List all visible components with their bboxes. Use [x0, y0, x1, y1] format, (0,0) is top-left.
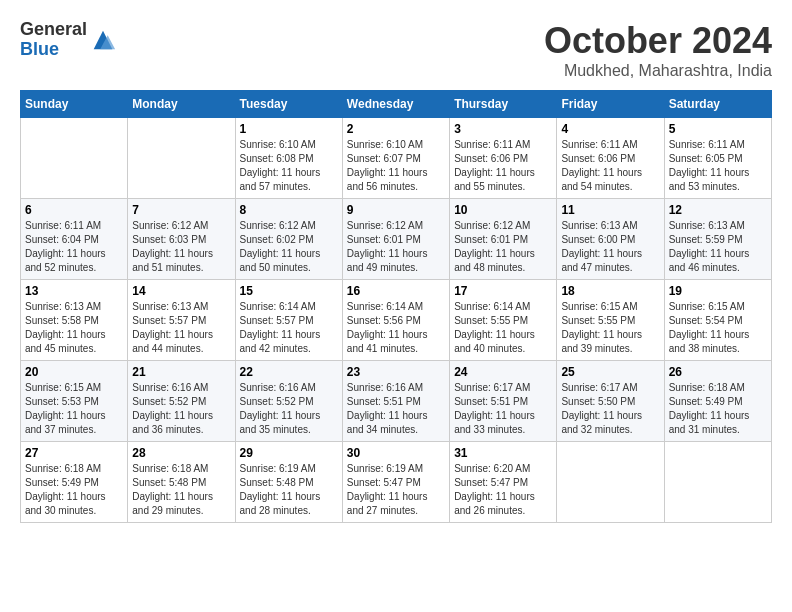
- calendar-week-row: 13Sunrise: 6:13 AM Sunset: 5:58 PM Dayli…: [21, 280, 772, 361]
- calendar-cell: 26Sunrise: 6:18 AM Sunset: 5:49 PM Dayli…: [664, 361, 771, 442]
- day-number: 27: [25, 446, 123, 460]
- calendar-cell: 3Sunrise: 6:11 AM Sunset: 6:06 PM Daylig…: [450, 118, 557, 199]
- calendar-cell: 7Sunrise: 6:12 AM Sunset: 6:03 PM Daylig…: [128, 199, 235, 280]
- calendar-cell: 11Sunrise: 6:13 AM Sunset: 6:00 PM Dayli…: [557, 199, 664, 280]
- day-info: Sunrise: 6:15 AM Sunset: 5:55 PM Dayligh…: [561, 300, 659, 356]
- calendar-cell: 1Sunrise: 6:10 AM Sunset: 6:08 PM Daylig…: [235, 118, 342, 199]
- calendar-header-friday: Friday: [557, 91, 664, 118]
- calendar-cell: 13Sunrise: 6:13 AM Sunset: 5:58 PM Dayli…: [21, 280, 128, 361]
- day-number: 10: [454, 203, 552, 217]
- day-info: Sunrise: 6:11 AM Sunset: 6:06 PM Dayligh…: [561, 138, 659, 194]
- location-text: Mudkhed, Maharashtra, India: [544, 62, 772, 80]
- calendar-cell: 4Sunrise: 6:11 AM Sunset: 6:06 PM Daylig…: [557, 118, 664, 199]
- calendar-cell: [21, 118, 128, 199]
- day-number: 4: [561, 122, 659, 136]
- day-number: 14: [132, 284, 230, 298]
- day-info: Sunrise: 6:13 AM Sunset: 6:00 PM Dayligh…: [561, 219, 659, 275]
- logo-icon: [89, 26, 117, 54]
- day-number: 25: [561, 365, 659, 379]
- day-info: Sunrise: 6:12 AM Sunset: 6:03 PM Dayligh…: [132, 219, 230, 275]
- calendar-cell: 29Sunrise: 6:19 AM Sunset: 5:48 PM Dayli…: [235, 442, 342, 523]
- calendar-cell: 16Sunrise: 6:14 AM Sunset: 5:56 PM Dayli…: [342, 280, 449, 361]
- day-number: 9: [347, 203, 445, 217]
- day-info: Sunrise: 6:17 AM Sunset: 5:50 PM Dayligh…: [561, 381, 659, 437]
- calendar-cell: 14Sunrise: 6:13 AM Sunset: 5:57 PM Dayli…: [128, 280, 235, 361]
- day-info: Sunrise: 6:13 AM Sunset: 5:59 PM Dayligh…: [669, 219, 767, 275]
- day-info: Sunrise: 6:13 AM Sunset: 5:57 PM Dayligh…: [132, 300, 230, 356]
- day-number: 31: [454, 446, 552, 460]
- calendar-cell: 18Sunrise: 6:15 AM Sunset: 5:55 PM Dayli…: [557, 280, 664, 361]
- calendar-header-thursday: Thursday: [450, 91, 557, 118]
- day-info: Sunrise: 6:14 AM Sunset: 5:57 PM Dayligh…: [240, 300, 338, 356]
- day-number: 20: [25, 365, 123, 379]
- calendar-cell: 17Sunrise: 6:14 AM Sunset: 5:55 PM Dayli…: [450, 280, 557, 361]
- day-number: 11: [561, 203, 659, 217]
- day-info: Sunrise: 6:10 AM Sunset: 6:08 PM Dayligh…: [240, 138, 338, 194]
- day-number: 18: [561, 284, 659, 298]
- calendar-cell: 24Sunrise: 6:17 AM Sunset: 5:51 PM Dayli…: [450, 361, 557, 442]
- day-info: Sunrise: 6:19 AM Sunset: 5:47 PM Dayligh…: [347, 462, 445, 518]
- calendar-cell: 20Sunrise: 6:15 AM Sunset: 5:53 PM Dayli…: [21, 361, 128, 442]
- calendar-header-wednesday: Wednesday: [342, 91, 449, 118]
- day-number: 23: [347, 365, 445, 379]
- calendar-cell: 15Sunrise: 6:14 AM Sunset: 5:57 PM Dayli…: [235, 280, 342, 361]
- calendar-cell: 9Sunrise: 6:12 AM Sunset: 6:01 PM Daylig…: [342, 199, 449, 280]
- day-number: 5: [669, 122, 767, 136]
- day-number: 24: [454, 365, 552, 379]
- page-header: General Blue October 2024 Mudkhed, Mahar…: [20, 20, 772, 80]
- month-title: October 2024: [544, 20, 772, 62]
- logo-blue-text: Blue: [20, 40, 87, 60]
- day-info: Sunrise: 6:16 AM Sunset: 5:52 PM Dayligh…: [240, 381, 338, 437]
- calendar-cell: [557, 442, 664, 523]
- calendar-cell: 22Sunrise: 6:16 AM Sunset: 5:52 PM Dayli…: [235, 361, 342, 442]
- day-number: 13: [25, 284, 123, 298]
- calendar-cell: 8Sunrise: 6:12 AM Sunset: 6:02 PM Daylig…: [235, 199, 342, 280]
- day-number: 29: [240, 446, 338, 460]
- calendar-cell: 12Sunrise: 6:13 AM Sunset: 5:59 PM Dayli…: [664, 199, 771, 280]
- day-info: Sunrise: 6:14 AM Sunset: 5:56 PM Dayligh…: [347, 300, 445, 356]
- day-info: Sunrise: 6:16 AM Sunset: 5:52 PM Dayligh…: [132, 381, 230, 437]
- calendar-header-tuesday: Tuesday: [235, 91, 342, 118]
- logo-general-text: General: [20, 20, 87, 40]
- calendar-cell: 19Sunrise: 6:15 AM Sunset: 5:54 PM Dayli…: [664, 280, 771, 361]
- day-number: 19: [669, 284, 767, 298]
- day-number: 17: [454, 284, 552, 298]
- day-number: 15: [240, 284, 338, 298]
- day-number: 30: [347, 446, 445, 460]
- day-info: Sunrise: 6:20 AM Sunset: 5:47 PM Dayligh…: [454, 462, 552, 518]
- day-info: Sunrise: 6:15 AM Sunset: 5:54 PM Dayligh…: [669, 300, 767, 356]
- calendar-cell: 2Sunrise: 6:10 AM Sunset: 6:07 PM Daylig…: [342, 118, 449, 199]
- calendar-cell: [664, 442, 771, 523]
- day-number: 26: [669, 365, 767, 379]
- day-info: Sunrise: 6:12 AM Sunset: 6:02 PM Dayligh…: [240, 219, 338, 275]
- calendar-cell: 28Sunrise: 6:18 AM Sunset: 5:48 PM Dayli…: [128, 442, 235, 523]
- day-info: Sunrise: 6:16 AM Sunset: 5:51 PM Dayligh…: [347, 381, 445, 437]
- day-info: Sunrise: 6:12 AM Sunset: 6:01 PM Dayligh…: [454, 219, 552, 275]
- calendar-cell: 23Sunrise: 6:16 AM Sunset: 5:51 PM Dayli…: [342, 361, 449, 442]
- day-info: Sunrise: 6:11 AM Sunset: 6:05 PM Dayligh…: [669, 138, 767, 194]
- calendar-week-row: 27Sunrise: 6:18 AM Sunset: 5:49 PM Dayli…: [21, 442, 772, 523]
- calendar-header-row: SundayMondayTuesdayWednesdayThursdayFrid…: [21, 91, 772, 118]
- calendar-cell: 5Sunrise: 6:11 AM Sunset: 6:05 PM Daylig…: [664, 118, 771, 199]
- calendar-cell: 31Sunrise: 6:20 AM Sunset: 5:47 PM Dayli…: [450, 442, 557, 523]
- day-number: 22: [240, 365, 338, 379]
- title-block: October 2024 Mudkhed, Maharashtra, India: [544, 20, 772, 80]
- day-number: 6: [25, 203, 123, 217]
- calendar-week-row: 1Sunrise: 6:10 AM Sunset: 6:08 PM Daylig…: [21, 118, 772, 199]
- day-number: 28: [132, 446, 230, 460]
- calendar-cell: 21Sunrise: 6:16 AM Sunset: 5:52 PM Dayli…: [128, 361, 235, 442]
- calendar-cell: 30Sunrise: 6:19 AM Sunset: 5:47 PM Dayli…: [342, 442, 449, 523]
- calendar-week-row: 20Sunrise: 6:15 AM Sunset: 5:53 PM Dayli…: [21, 361, 772, 442]
- day-number: 12: [669, 203, 767, 217]
- day-info: Sunrise: 6:14 AM Sunset: 5:55 PM Dayligh…: [454, 300, 552, 356]
- logo: General Blue: [20, 20, 117, 60]
- day-number: 8: [240, 203, 338, 217]
- calendar-cell: 6Sunrise: 6:11 AM Sunset: 6:04 PM Daylig…: [21, 199, 128, 280]
- day-number: 3: [454, 122, 552, 136]
- day-info: Sunrise: 6:18 AM Sunset: 5:49 PM Dayligh…: [669, 381, 767, 437]
- calendar-cell: 25Sunrise: 6:17 AM Sunset: 5:50 PM Dayli…: [557, 361, 664, 442]
- day-info: Sunrise: 6:13 AM Sunset: 5:58 PM Dayligh…: [25, 300, 123, 356]
- calendar-header-saturday: Saturday: [664, 91, 771, 118]
- day-info: Sunrise: 6:19 AM Sunset: 5:48 PM Dayligh…: [240, 462, 338, 518]
- day-number: 16: [347, 284, 445, 298]
